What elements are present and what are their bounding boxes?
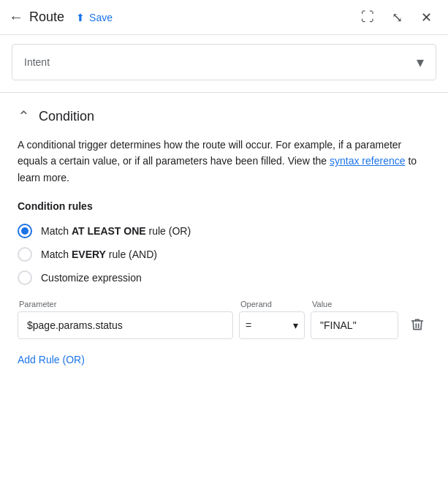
compress-icon[interactable]: ⤡ (384, 4, 410, 31)
radio-option-or[interactable]: Match AT LEAST ONE rule (OR) (18, 224, 430, 238)
delete-rule-button[interactable] (404, 310, 430, 339)
radio-label-and: Match EVERY rule (AND) (41, 249, 157, 260)
syntax-reference-link[interactable]: syntax reference (330, 155, 406, 167)
add-rule-button[interactable]: Add Rule (OR) (18, 351, 85, 368)
rule-row: Parameter $page.params.status Operand = … (18, 300, 430, 339)
dropdown-arrow-icon: ▾ (417, 53, 424, 71)
intent-label: Intent (24, 56, 50, 68)
trash-icon (410, 317, 425, 332)
collapse-icon[interactable]: ⌃ (18, 107, 30, 125)
back-icon[interactable]: ← (9, 9, 23, 26)
condition-section: ⌃ Condition A conditional trigger determ… (0, 93, 448, 383)
header-right: ⛶ ⤡ ✕ (354, 4, 439, 31)
close-icon[interactable]: ✕ (413, 4, 439, 31)
operand-label: Operand (239, 300, 305, 308)
radio-group: Match AT LEAST ONE rule (OR) Match EVERY… (18, 224, 430, 285)
intent-dropdown[interactable]: Intent ▾ (12, 44, 436, 80)
save-button[interactable]: ⬆ Save (70, 7, 118, 28)
save-upload-icon: ⬆ (76, 12, 85, 23)
radio-option-custom[interactable]: Customize expression (18, 270, 430, 285)
radio-label-custom: Customize expression (41, 272, 142, 284)
operand-field-group: Operand = ▾ (239, 300, 305, 339)
parameter-field-group: Parameter $page.params.status (18, 300, 233, 339)
radio-circle-custom (18, 270, 32, 285)
value-label: Value (311, 300, 398, 308)
value-input[interactable]: "FINAL" (311, 311, 398, 339)
operand-dropdown-arrow-icon: ▾ (293, 319, 298, 331)
header-left: ← Route ⬆ Save (9, 7, 349, 28)
radio-circle-or (18, 224, 32, 238)
section-title: Condition (39, 109, 94, 124)
fullscreen-icon[interactable]: ⛶ (354, 4, 381, 31)
condition-rules-label: Condition rules (18, 200, 430, 212)
section-header: ⌃ Condition (18, 107, 430, 125)
operand-value: = (246, 319, 251, 331)
radio-option-and[interactable]: Match EVERY rule (AND) (18, 247, 430, 262)
radio-circle-and (18, 247, 32, 262)
condition-description: A conditional trigger determines how the… (18, 137, 430, 186)
operand-select[interactable]: = ▾ (239, 311, 305, 339)
value-field-group: Value "FINAL" (311, 300, 398, 339)
page-title: Route (29, 10, 64, 25)
header: ← Route ⬆ Save ⛶ ⤡ ✕ (0, 0, 448, 35)
intent-section: Intent ▾ (0, 35, 448, 93)
save-label: Save (89, 12, 113, 23)
parameter-input[interactable]: $page.params.status (18, 311, 233, 339)
parameter-label: Parameter (18, 300, 233, 308)
radio-label-or: Match AT LEAST ONE rule (OR) (41, 225, 191, 237)
